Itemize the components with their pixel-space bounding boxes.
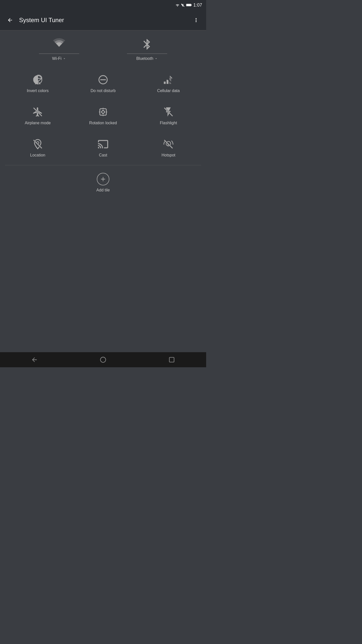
wifi-dropdown-icon bbox=[63, 57, 66, 60]
page-title: System UI Tuner bbox=[19, 17, 187, 24]
svg-rect-2 bbox=[187, 4, 191, 6]
nav-back-button[interactable] bbox=[27, 355, 42, 365]
airplane-mode-icon bbox=[31, 106, 44, 118]
bluetooth-dropdown-icon bbox=[154, 57, 158, 60]
rotation-locked-icon bbox=[97, 106, 109, 118]
flashlight-label: Flashlight bbox=[160, 121, 177, 125]
bluetooth-underline bbox=[127, 54, 167, 54]
cellular-data-label: Cellular data bbox=[157, 89, 180, 93]
bluetooth-icon bbox=[141, 38, 153, 51]
wifi-tile[interactable]: Wi-Fi bbox=[36, 38, 82, 61]
hotspot-label: Hotspot bbox=[161, 153, 175, 157]
bluetooth-label: Bluetooth bbox=[136, 56, 158, 61]
cellular-data-tile[interactable]: Cellular data bbox=[138, 71, 199, 96]
wifi-label: Wi-Fi bbox=[52, 56, 66, 61]
wifi-icon-container bbox=[36, 38, 82, 54]
nav-home-button[interactable] bbox=[96, 355, 111, 365]
location-tile[interactable]: Location bbox=[8, 135, 68, 160]
wifi-underline bbox=[39, 54, 79, 54]
more-options-button[interactable] bbox=[191, 15, 201, 25]
add-tile-icon bbox=[97, 173, 109, 185]
section-divider bbox=[5, 165, 201, 165]
svg-rect-22 bbox=[169, 357, 174, 362]
cast-label: Cast bbox=[99, 153, 107, 157]
do-not-disturb-icon bbox=[97, 73, 109, 86]
airplane-mode-label: Airplane mode bbox=[25, 121, 51, 125]
hotspot-icon bbox=[162, 138, 175, 150]
top-tiles-row: Wi-Fi Bluetooth bbox=[5, 38, 201, 61]
status-wifi-icon bbox=[175, 3, 180, 7]
status-signal-icon bbox=[181, 3, 185, 7]
status-icons: 1:07 bbox=[175, 3, 202, 8]
hotspot-tile[interactable]: Hotspot bbox=[138, 135, 199, 160]
tiles-grid: Invert colors Do not disturb bbox=[5, 71, 201, 160]
status-time: 1:07 bbox=[193, 3, 202, 8]
main-content: Wi-Fi Bluetooth bbox=[0, 30, 206, 203]
add-tile-label: Add tile bbox=[96, 188, 110, 192]
location-icon bbox=[31, 138, 44, 150]
do-not-disturb-tile[interactable]: Do not disturb bbox=[73, 71, 133, 96]
cast-icon bbox=[97, 138, 109, 150]
status-battery-icon bbox=[186, 3, 192, 7]
app-bar: System UI Tuner bbox=[0, 10, 206, 30]
rotation-locked-tile[interactable]: Rotation locked bbox=[73, 103, 133, 128]
nav-recents-button[interactable] bbox=[164, 355, 179, 365]
flashlight-tile[interactable]: Flashlight bbox=[138, 103, 199, 128]
location-label: Location bbox=[30, 153, 46, 157]
svg-rect-7 bbox=[167, 80, 168, 84]
invert-colors-tile[interactable]: Invert colors bbox=[8, 71, 68, 96]
airplane-mode-tile[interactable]: Airplane mode bbox=[8, 103, 68, 128]
invert-colors-label: Invert colors bbox=[27, 89, 49, 93]
flashlight-icon bbox=[162, 106, 175, 118]
bluetooth-tile[interactable]: Bluetooth bbox=[124, 38, 170, 61]
svg-point-21 bbox=[100, 357, 106, 363]
cellular-data-icon bbox=[162, 73, 175, 86]
rotation-locked-label: Rotation locked bbox=[89, 121, 117, 125]
cast-tile[interactable]: Cast bbox=[73, 135, 133, 160]
svg-rect-6 bbox=[164, 82, 166, 84]
invert-colors-icon bbox=[31, 73, 44, 86]
svg-rect-1 bbox=[191, 5, 192, 6]
bottom-nav bbox=[0, 352, 206, 367]
bluetooth-icon-container bbox=[124, 38, 170, 54]
add-tile-button[interactable]: Add tile bbox=[5, 170, 201, 195]
do-not-disturb-label: Do not disturb bbox=[90, 89, 116, 93]
status-bar: 1:07 bbox=[0, 0, 206, 10]
wifi-icon bbox=[52, 38, 67, 51]
back-button[interactable] bbox=[5, 15, 15, 25]
